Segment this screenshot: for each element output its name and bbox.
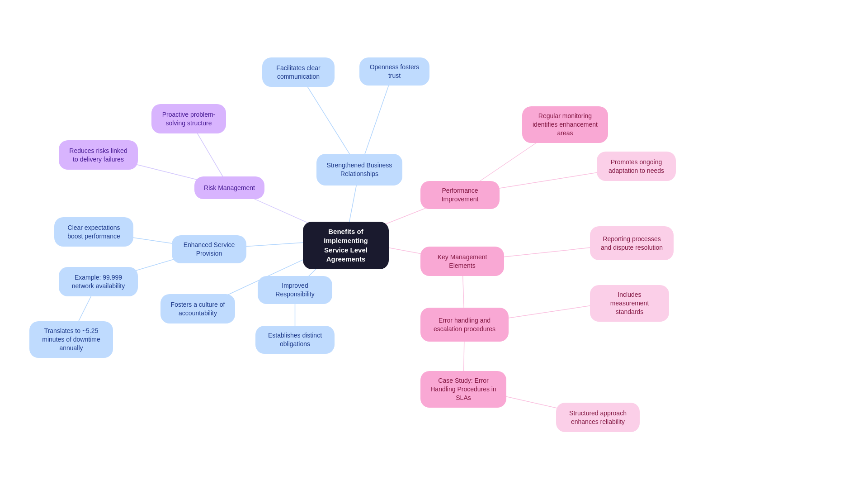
node-riskmanagement: Risk Management <box>194 176 264 199</box>
node-strengthened: Strengthened Business Relationships <box>316 154 402 186</box>
node-reduces: Reduces risks linked to delivery failure… <box>59 140 138 170</box>
node-errorhandling: Error handling and escalation procedures <box>420 308 509 342</box>
node-enhanced: Enhanced Service Provision <box>172 235 246 263</box>
node-monitoring: Regular monitoring identifies enhancemen… <box>522 106 608 143</box>
node-fosters: Fosters a culture of accountability <box>160 294 235 323</box>
node-openness: Openness fosters trust <box>359 57 429 86</box>
connections-svg <box>0 0 868 490</box>
node-keymanagement: Key Management Elements <box>420 247 504 276</box>
node-reporting: Reporting processes and dispute resoluti… <box>590 226 674 260</box>
node-clear: Clear expectations boost performance <box>54 217 133 247</box>
node-promotes: Promotes ongoing adaptation to needs <box>597 152 676 181</box>
node-structured: Structured approach enhances reliability <box>556 403 640 432</box>
node-facilitates: Facilitates clear communication <box>262 57 335 87</box>
node-proactive: Proactive problem-solving structure <box>151 104 226 133</box>
node-performance: Performance Improvement <box>420 181 500 209</box>
node-improved: Improved Responsibility <box>258 276 332 304</box>
mindmap-container: Benefits of Implementing Service Level A… <box>0 0 868 490</box>
node-translates: Translates to ~5.25 minutes of downtime … <box>29 321 113 358</box>
node-center: Benefits of Implementing Service Level A… <box>303 222 389 269</box>
node-includes: Includes measurement standards <box>590 285 669 322</box>
node-example: Example: 99.999 network availability <box>59 267 138 296</box>
node-establishes: Establishes distinct obligations <box>255 326 335 354</box>
node-casestudy: Case Study: Error Handling Procedures in… <box>420 371 506 408</box>
